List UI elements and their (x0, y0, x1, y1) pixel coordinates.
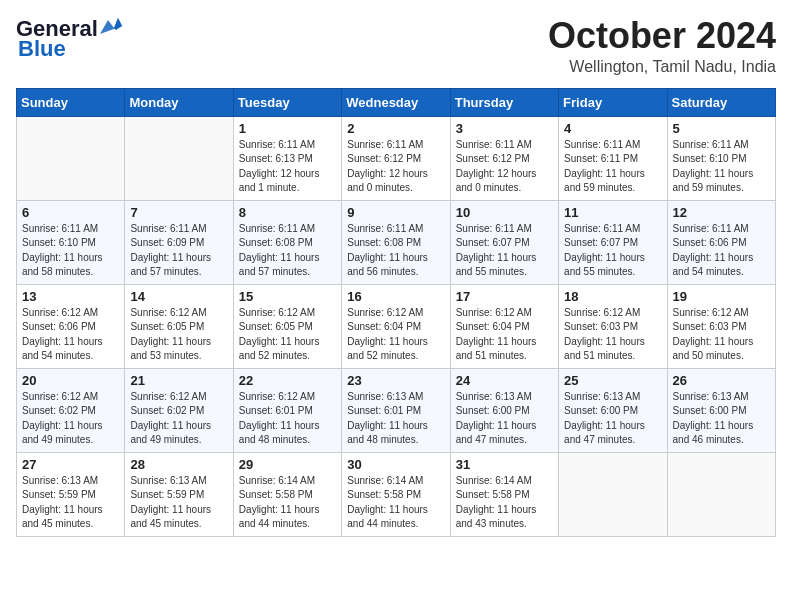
day-number: 27 (22, 457, 119, 472)
day-info: Sunrise: 6:11 AMSunset: 6:08 PMDaylight:… (239, 222, 336, 280)
calendar-table: SundayMondayTuesdayWednesdayThursdayFrid… (16, 88, 776, 537)
calendar-cell: 12Sunrise: 6:11 AMSunset: 6:06 PMDayligh… (667, 200, 775, 284)
logo: General Blue (16, 16, 122, 62)
day-info: Sunrise: 6:11 AMSunset: 6:12 PMDaylight:… (347, 138, 444, 196)
day-info: Sunrise: 6:13 AMSunset: 6:00 PMDaylight:… (456, 390, 553, 448)
calendar-cell (559, 452, 667, 536)
calendar-cell: 13Sunrise: 6:12 AMSunset: 6:06 PMDayligh… (17, 284, 125, 368)
month-title: October 2024 (548, 16, 776, 56)
calendar-cell: 9Sunrise: 6:11 AMSunset: 6:08 PMDaylight… (342, 200, 450, 284)
day-number: 24 (456, 373, 553, 388)
day-number: 17 (456, 289, 553, 304)
day-info: Sunrise: 6:13 AMSunset: 5:59 PMDaylight:… (130, 474, 227, 532)
calendar-cell: 19Sunrise: 6:12 AMSunset: 6:03 PMDayligh… (667, 284, 775, 368)
day-number: 10 (456, 205, 553, 220)
page-header: General Blue October 2024 Wellington, Ta… (16, 16, 776, 76)
day-number: 30 (347, 457, 444, 472)
day-number: 29 (239, 457, 336, 472)
calendar-cell: 29Sunrise: 6:14 AMSunset: 5:58 PMDayligh… (233, 452, 341, 536)
col-header-saturday: Saturday (667, 88, 775, 116)
day-info: Sunrise: 6:11 AMSunset: 6:08 PMDaylight:… (347, 222, 444, 280)
calendar-cell: 1Sunrise: 6:11 AMSunset: 6:13 PMDaylight… (233, 116, 341, 200)
day-number: 8 (239, 205, 336, 220)
calendar-cell: 20Sunrise: 6:12 AMSunset: 6:02 PMDayligh… (17, 368, 125, 452)
calendar-week-row: 20Sunrise: 6:12 AMSunset: 6:02 PMDayligh… (17, 368, 776, 452)
calendar-cell: 3Sunrise: 6:11 AMSunset: 6:12 PMDaylight… (450, 116, 558, 200)
calendar-cell: 14Sunrise: 6:12 AMSunset: 6:05 PMDayligh… (125, 284, 233, 368)
day-number: 1 (239, 121, 336, 136)
col-header-thursday: Thursday (450, 88, 558, 116)
svg-marker-1 (114, 18, 122, 30)
day-info: Sunrise: 6:11 AMSunset: 6:07 PMDaylight:… (564, 222, 661, 280)
day-info: Sunrise: 6:11 AMSunset: 6:11 PMDaylight:… (564, 138, 661, 196)
day-info: Sunrise: 6:11 AMSunset: 6:07 PMDaylight:… (456, 222, 553, 280)
day-number: 25 (564, 373, 661, 388)
day-info: Sunrise: 6:12 AMSunset: 6:01 PMDaylight:… (239, 390, 336, 448)
calendar-cell: 27Sunrise: 6:13 AMSunset: 5:59 PMDayligh… (17, 452, 125, 536)
day-info: Sunrise: 6:12 AMSunset: 6:05 PMDaylight:… (239, 306, 336, 364)
calendar-cell: 2Sunrise: 6:11 AMSunset: 6:12 PMDaylight… (342, 116, 450, 200)
day-number: 11 (564, 205, 661, 220)
col-header-tuesday: Tuesday (233, 88, 341, 116)
day-info: Sunrise: 6:11 AMSunset: 6:10 PMDaylight:… (673, 138, 770, 196)
day-number: 31 (456, 457, 553, 472)
location: Wellington, Tamil Nadu, India (548, 58, 776, 76)
calendar-cell: 26Sunrise: 6:13 AMSunset: 6:00 PMDayligh… (667, 368, 775, 452)
day-info: Sunrise: 6:11 AMSunset: 6:06 PMDaylight:… (673, 222, 770, 280)
day-number: 12 (673, 205, 770, 220)
calendar-cell: 5Sunrise: 6:11 AMSunset: 6:10 PMDaylight… (667, 116, 775, 200)
day-number: 20 (22, 373, 119, 388)
logo-bird-icon (100, 16, 122, 34)
day-info: Sunrise: 6:12 AMSunset: 6:03 PMDaylight:… (564, 306, 661, 364)
calendar-cell: 30Sunrise: 6:14 AMSunset: 5:58 PMDayligh… (342, 452, 450, 536)
day-info: Sunrise: 6:13 AMSunset: 6:00 PMDaylight:… (673, 390, 770, 448)
day-info: Sunrise: 6:11 AMSunset: 6:10 PMDaylight:… (22, 222, 119, 280)
calendar-cell (125, 116, 233, 200)
day-number: 23 (347, 373, 444, 388)
day-info: Sunrise: 6:12 AMSunset: 6:05 PMDaylight:… (130, 306, 227, 364)
calendar-cell: 18Sunrise: 6:12 AMSunset: 6:03 PMDayligh… (559, 284, 667, 368)
day-info: Sunrise: 6:12 AMSunset: 6:03 PMDaylight:… (673, 306, 770, 364)
day-info: Sunrise: 6:11 AMSunset: 6:09 PMDaylight:… (130, 222, 227, 280)
day-info: Sunrise: 6:12 AMSunset: 6:02 PMDaylight:… (130, 390, 227, 448)
day-number: 5 (673, 121, 770, 136)
day-number: 15 (239, 289, 336, 304)
calendar-cell: 17Sunrise: 6:12 AMSunset: 6:04 PMDayligh… (450, 284, 558, 368)
day-number: 16 (347, 289, 444, 304)
calendar-cell: 11Sunrise: 6:11 AMSunset: 6:07 PMDayligh… (559, 200, 667, 284)
calendar-cell: 28Sunrise: 6:13 AMSunset: 5:59 PMDayligh… (125, 452, 233, 536)
day-info: Sunrise: 6:13 AMSunset: 6:01 PMDaylight:… (347, 390, 444, 448)
day-number: 21 (130, 373, 227, 388)
day-number: 28 (130, 457, 227, 472)
day-number: 14 (130, 289, 227, 304)
day-info: Sunrise: 6:12 AMSunset: 6:02 PMDaylight:… (22, 390, 119, 448)
calendar-week-row: 27Sunrise: 6:13 AMSunset: 5:59 PMDayligh… (17, 452, 776, 536)
day-info: Sunrise: 6:13 AMSunset: 5:59 PMDaylight:… (22, 474, 119, 532)
col-header-monday: Monday (125, 88, 233, 116)
day-number: 9 (347, 205, 444, 220)
logo-blue: Blue (16, 36, 66, 62)
day-info: Sunrise: 6:12 AMSunset: 6:04 PMDaylight:… (456, 306, 553, 364)
day-info: Sunrise: 6:12 AMSunset: 6:06 PMDaylight:… (22, 306, 119, 364)
calendar-cell (667, 452, 775, 536)
calendar-cell: 8Sunrise: 6:11 AMSunset: 6:08 PMDaylight… (233, 200, 341, 284)
day-info: Sunrise: 6:14 AMSunset: 5:58 PMDaylight:… (347, 474, 444, 532)
day-number: 4 (564, 121, 661, 136)
calendar-cell: 6Sunrise: 6:11 AMSunset: 6:10 PMDaylight… (17, 200, 125, 284)
calendar-cell (17, 116, 125, 200)
calendar-header-row: SundayMondayTuesdayWednesdayThursdayFrid… (17, 88, 776, 116)
calendar-cell: 21Sunrise: 6:12 AMSunset: 6:02 PMDayligh… (125, 368, 233, 452)
calendar-week-row: 13Sunrise: 6:12 AMSunset: 6:06 PMDayligh… (17, 284, 776, 368)
day-number: 6 (22, 205, 119, 220)
day-number: 3 (456, 121, 553, 136)
day-info: Sunrise: 6:12 AMSunset: 6:04 PMDaylight:… (347, 306, 444, 364)
calendar-cell: 15Sunrise: 6:12 AMSunset: 6:05 PMDayligh… (233, 284, 341, 368)
day-info: Sunrise: 6:11 AMSunset: 6:13 PMDaylight:… (239, 138, 336, 196)
calendar-week-row: 1Sunrise: 6:11 AMSunset: 6:13 PMDaylight… (17, 116, 776, 200)
day-number: 22 (239, 373, 336, 388)
day-info: Sunrise: 6:11 AMSunset: 6:12 PMDaylight:… (456, 138, 553, 196)
calendar-cell: 4Sunrise: 6:11 AMSunset: 6:11 PMDaylight… (559, 116, 667, 200)
day-number: 2 (347, 121, 444, 136)
col-header-friday: Friday (559, 88, 667, 116)
calendar-cell: 7Sunrise: 6:11 AMSunset: 6:09 PMDaylight… (125, 200, 233, 284)
